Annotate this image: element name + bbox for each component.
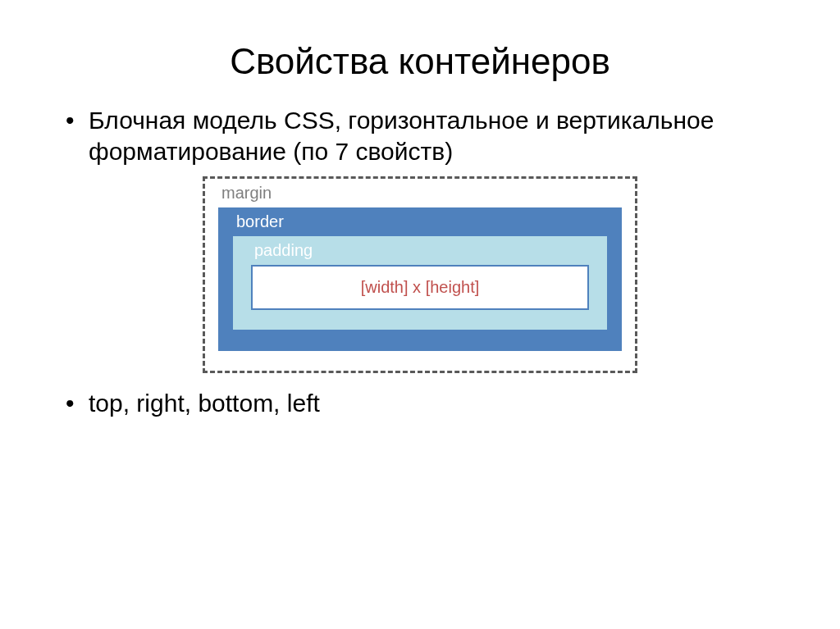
- bullet-item-sides: top, right, bottom, left: [66, 388, 791, 419]
- border-box: border padding [width] x [height]: [218, 207, 622, 351]
- bullet-item-block-model: Блочная модель CSS, горизонтальное и вер…: [66, 105, 791, 166]
- box-model-diagram: margin border padding [width] x [height]: [49, 176, 791, 373]
- slide-title: Свойства контейнеров: [49, 41, 791, 82]
- padding-box: padding [width] x [height]: [233, 236, 607, 330]
- margin-box: margin border padding [width] x [height]: [203, 176, 637, 373]
- bullet-list-2: top, right, bottom, left: [49, 388, 791, 419]
- border-label: border: [236, 212, 607, 231]
- bullet-list: Блочная модель CSS, горизонтальное и вер…: [49, 105, 791, 166]
- content-box: [width] x [height]: [251, 265, 589, 310]
- padding-label: padding: [254, 241, 589, 260]
- margin-label: margin: [221, 184, 622, 203]
